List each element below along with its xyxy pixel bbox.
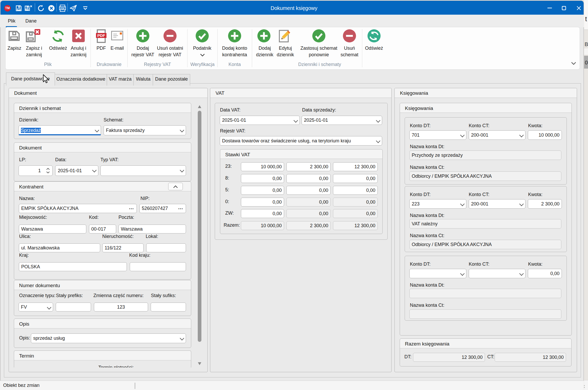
svg-text:PDF: PDF [97,33,105,38]
